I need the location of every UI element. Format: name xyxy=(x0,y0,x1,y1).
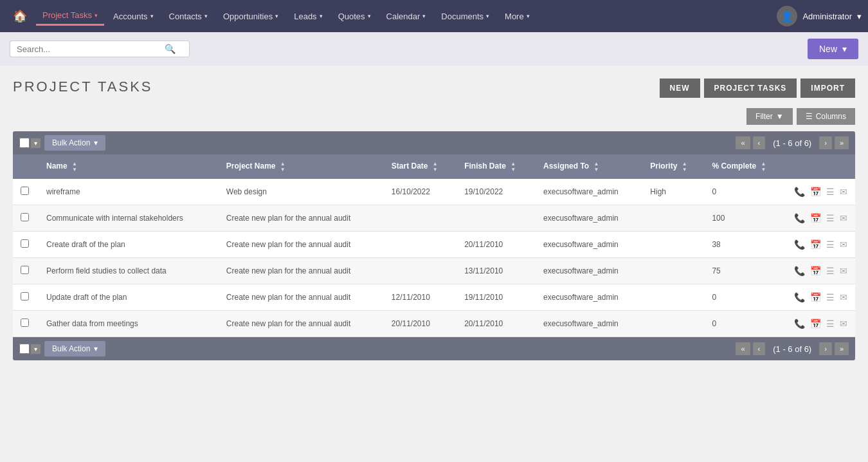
project-tasks-button[interactable]: PROJECT TASKS xyxy=(704,79,797,98)
next-page-button[interactable]: › xyxy=(819,136,832,149)
table-row: Communicate with internal stakeholders C… xyxy=(13,205,855,232)
row-assigned-to[interactable]: execusoftware_admin xyxy=(536,258,642,284)
bottom-last-page-button[interactable]: » xyxy=(835,342,849,355)
email-icon[interactable]: ✉ xyxy=(840,319,847,329)
row-name[interactable]: Update draft of the plan xyxy=(39,284,219,311)
phone-icon[interactable]: 📞 xyxy=(794,266,805,276)
bottom-first-page-button[interactable]: « xyxy=(736,342,750,355)
row-name[interactable]: Create draft of the plan xyxy=(39,232,219,258)
row-project-name[interactable]: Create new plan for the annual audit xyxy=(219,232,384,258)
nav-opportunities-caret: ▾ xyxy=(275,13,278,19)
row-project-name[interactable]: Create new plan for the annual audit xyxy=(219,311,384,337)
navbar: 🏠 Project Tasks ▾ Accounts ▾ Contacts ▾ … xyxy=(0,0,868,32)
new-dropdown-button[interactable]: New ▾ xyxy=(808,39,858,59)
row-assigned-to[interactable]: execusoftware_admin xyxy=(536,179,642,205)
email-icon[interactable]: ✉ xyxy=(840,266,847,276)
row-assigned-to[interactable]: execusoftware_admin xyxy=(536,311,642,337)
last-page-button[interactable]: » xyxy=(835,136,849,149)
nav-calendar[interactable]: Calendar ▾ xyxy=(380,8,433,25)
row-project-name[interactable]: Create new plan for the annual audit xyxy=(219,258,384,284)
row-name[interactable]: Gather data from meetings xyxy=(39,311,219,337)
nav-documents[interactable]: Documents ▾ xyxy=(435,8,496,25)
data-table: Name ▲▼ Project Name ▲▼ Start Date ▲▼ Fi… xyxy=(13,154,855,337)
nav-accounts[interactable]: Accounts ▾ xyxy=(107,8,159,25)
nav-leads[interactable]: Leads ▾ xyxy=(287,8,329,25)
list-icon[interactable]: ☰ xyxy=(826,266,835,276)
row-pct-complete: 0 xyxy=(704,311,786,337)
select-all-checkbox[interactable] xyxy=(19,138,30,148)
list-icon[interactable]: ☰ xyxy=(826,213,835,223)
nav-project-tasks[interactable]: Project Tasks ▾ xyxy=(36,6,104,26)
email-icon[interactable]: ✉ xyxy=(840,292,847,302)
row-name[interactable]: wireframe xyxy=(39,179,219,205)
user-menu[interactable]: 👤 Administrator ▾ xyxy=(777,6,862,26)
header-assigned-to[interactable]: Assigned To ▲▼ xyxy=(536,154,642,179)
row-finish-date: 20/11/2010 xyxy=(457,311,536,337)
header-project-name[interactable]: Project Name ▲▼ xyxy=(219,154,384,179)
list-icon[interactable]: ☰ xyxy=(826,292,835,302)
phone-icon[interactable]: 📞 xyxy=(794,187,805,197)
list-icon[interactable]: ☰ xyxy=(826,239,835,250)
list-icon[interactable]: ☰ xyxy=(826,187,835,197)
calendar-icon[interactable]: 📅 xyxy=(810,239,821,250)
nav-more[interactable]: More ▾ xyxy=(498,8,536,25)
new-button[interactable]: NEW xyxy=(660,79,700,98)
row-project-name[interactable]: Create new plan for the annual audit xyxy=(219,284,384,311)
phone-icon[interactable]: 📞 xyxy=(794,319,805,329)
bottom-select-all-caret[interactable]: ▾ xyxy=(31,344,41,354)
calendar-icon[interactable]: 📅 xyxy=(810,187,821,197)
header-finish-date[interactable]: Finish Date ▲▼ xyxy=(457,154,536,179)
bottom-next-page-button[interactable]: › xyxy=(819,342,832,355)
row-finish-date xyxy=(457,205,536,232)
prev-page-button[interactable]: ‹ xyxy=(753,136,766,149)
header-pct-complete[interactable]: % Complete ▲▼ xyxy=(704,154,786,179)
columns-button[interactable]: ☰ Columns xyxy=(797,108,855,125)
bottom-bulk-action-button[interactable]: Bulk Action ▾ xyxy=(44,341,105,356)
table-row: Gather data from meetings Create new pla… xyxy=(13,311,855,337)
first-page-button[interactable]: « xyxy=(736,136,750,149)
bottom-select-all-checkbox[interactable] xyxy=(19,344,30,354)
row-checkbox[interactable] xyxy=(21,319,29,327)
header-start-date[interactable]: Start Date ▲▼ xyxy=(384,154,457,179)
header-priority[interactable]: Priority ▲▼ xyxy=(642,154,704,179)
row-project-name[interactable]: Create new plan for the annual audit xyxy=(219,205,384,232)
row-checkbox[interactable] xyxy=(21,187,29,195)
import-button[interactable]: IMPORT xyxy=(800,79,855,98)
email-icon[interactable]: ✉ xyxy=(840,187,847,197)
phone-icon[interactable]: 📞 xyxy=(794,292,805,302)
nav-contacts[interactable]: Contacts ▾ xyxy=(163,8,214,25)
row-checkbox[interactable] xyxy=(21,213,29,221)
row-assigned-to[interactable]: execusoftware_admin xyxy=(536,284,642,311)
email-icon[interactable]: ✉ xyxy=(840,239,847,250)
nav-opportunities[interactable]: Opportunities ▾ xyxy=(217,8,285,25)
row-name[interactable]: Perform field studies to collect data xyxy=(39,258,219,284)
table-row: Create draft of the plan Create new plan… xyxy=(13,232,855,258)
row-name[interactable]: Communicate with internal stakeholders xyxy=(39,205,219,232)
bulk-action-button[interactable]: Bulk Action ▾ xyxy=(44,135,105,151)
row-checkbox[interactable] xyxy=(21,239,29,248)
row-checkbox[interactable] xyxy=(21,292,29,300)
home-button[interactable]: 🏠 xyxy=(6,5,33,27)
row-checkbox[interactable] xyxy=(21,266,29,274)
filter-button[interactable]: Filter ▼ xyxy=(746,108,793,125)
row-assigned-to[interactable]: execusoftware_admin xyxy=(536,232,642,258)
search-input[interactable] xyxy=(17,44,165,54)
calendar-icon[interactable]: 📅 xyxy=(810,292,821,302)
row-assigned-to[interactable]: execusoftware_admin xyxy=(536,205,642,232)
select-all-caret[interactable]: ▾ xyxy=(31,138,41,148)
nav-project-tasks-caret: ▾ xyxy=(95,12,98,19)
header-name[interactable]: Name ▲▼ xyxy=(39,154,219,179)
phone-icon[interactable]: 📞 xyxy=(794,239,805,250)
list-icon[interactable]: ☰ xyxy=(826,319,835,329)
row-finish-date: 19/10/2022 xyxy=(457,179,536,205)
nav-quotes[interactable]: Quotes ▾ xyxy=(332,8,377,25)
row-start-date xyxy=(384,232,457,258)
email-icon[interactable]: ✉ xyxy=(840,213,847,223)
bottom-prev-page-button[interactable]: ‹ xyxy=(753,342,766,355)
calendar-icon[interactable]: 📅 xyxy=(810,213,821,223)
calendar-icon[interactable]: 📅 xyxy=(810,319,821,329)
calendar-icon[interactable]: 📅 xyxy=(810,266,821,276)
nav-documents-caret: ▾ xyxy=(486,13,489,19)
phone-icon[interactable]: 📞 xyxy=(794,213,805,223)
row-project-name[interactable]: Web design xyxy=(219,179,384,205)
